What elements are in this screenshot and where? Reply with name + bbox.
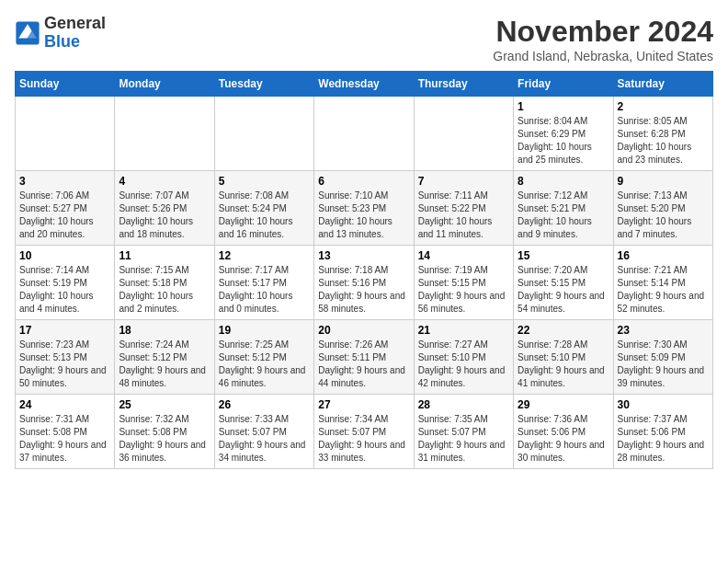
day-info: Sunrise: 7:34 AM Sunset: 5:07 PM Dayligh… — [318, 413, 409, 465]
day-info: Sunrise: 7:37 AM Sunset: 5:06 PM Dayligh… — [618, 413, 709, 465]
location-subtitle: Grand Island, Nebraska, United States — [493, 49, 713, 63]
day-cell: 2Sunrise: 8:05 AM Sunset: 6:28 PM Daylig… — [613, 97, 712, 171]
header-row: SundayMondayTuesdayWednesdayThursdayFrid… — [16, 72, 713, 97]
day-info: Sunrise: 7:21 AM Sunset: 5:14 PM Dayligh… — [618, 264, 709, 316]
week-row-3: 10Sunrise: 7:14 AM Sunset: 5:19 PM Dayli… — [16, 246, 713, 320]
day-cell: 21Sunrise: 7:27 AM Sunset: 5:10 PM Dayli… — [414, 320, 513, 395]
day-number: 28 — [418, 398, 509, 411]
day-cell — [115, 97, 214, 171]
day-info: Sunrise: 8:04 AM Sunset: 6:29 PM Dayligh… — [518, 115, 609, 167]
day-number: 10 — [19, 249, 110, 262]
day-info: Sunrise: 7:36 AM Sunset: 5:06 PM Dayligh… — [518, 413, 609, 465]
calendar-body: 1Sunrise: 8:04 AM Sunset: 6:29 PM Daylig… — [16, 97, 713, 469]
day-info: Sunrise: 7:32 AM Sunset: 5:08 PM Dayligh… — [119, 413, 210, 465]
day-info: Sunrise: 7:10 AM Sunset: 5:23 PM Dayligh… — [318, 190, 409, 241]
day-info: Sunrise: 7:35 AM Sunset: 5:07 PM Dayligh… — [418, 413, 509, 465]
day-info: Sunrise: 7:12 AM Sunset: 5:21 PM Dayligh… — [518, 190, 609, 241]
day-number: 4 — [119, 175, 210, 188]
day-cell: 15Sunrise: 7:20 AM Sunset: 5:15 PM Dayli… — [514, 246, 613, 320]
week-row-2: 3Sunrise: 7:06 AM Sunset: 5:27 PM Daylig… — [16, 171, 713, 246]
day-info: Sunrise: 7:31 AM Sunset: 5:08 PM Dayligh… — [19, 413, 110, 465]
day-number: 9 — [618, 175, 709, 188]
day-number: 6 — [318, 175, 409, 188]
week-row-1: 1Sunrise: 8:04 AM Sunset: 6:29 PM Daylig… — [16, 97, 713, 171]
day-info: Sunrise: 7:18 AM Sunset: 5:16 PM Dayligh… — [318, 264, 409, 316]
header-day-saturday: Saturday — [613, 72, 712, 97]
day-info: Sunrise: 7:07 AM Sunset: 5:26 PM Dayligh… — [119, 190, 210, 241]
day-cell: 14Sunrise: 7:19 AM Sunset: 5:15 PM Dayli… — [414, 246, 513, 320]
page-header: General Blue November 2024 Grand Island,… — [15, 15, 713, 63]
day-number: 27 — [318, 398, 409, 411]
day-number: 11 — [119, 249, 210, 262]
day-cell: 17Sunrise: 7:23 AM Sunset: 5:13 PM Dayli… — [16, 320, 115, 395]
day-info: Sunrise: 7:08 AM Sunset: 5:24 PM Dayligh… — [219, 190, 310, 241]
day-cell: 16Sunrise: 7:21 AM Sunset: 5:14 PM Dayli… — [613, 246, 712, 320]
day-info: Sunrise: 7:20 AM Sunset: 5:15 PM Dayligh… — [518, 264, 609, 316]
day-number: 25 — [119, 398, 210, 411]
day-info: Sunrise: 7:17 AM Sunset: 5:17 PM Dayligh… — [219, 264, 310, 316]
day-cell: 13Sunrise: 7:18 AM Sunset: 5:16 PM Dayli… — [314, 246, 414, 320]
day-cell: 22Sunrise: 7:28 AM Sunset: 5:10 PM Dayli… — [514, 320, 613, 395]
day-cell: 26Sunrise: 7:33 AM Sunset: 5:07 PM Dayli… — [214, 395, 313, 469]
day-number: 5 — [219, 175, 310, 188]
day-info: Sunrise: 8:05 AM Sunset: 6:28 PM Dayligh… — [618, 115, 709, 167]
day-info: Sunrise: 7:28 AM Sunset: 5:10 PM Dayligh… — [518, 339, 609, 390]
day-cell: 24Sunrise: 7:31 AM Sunset: 5:08 PM Dayli… — [16, 395, 115, 469]
day-cell: 9Sunrise: 7:13 AM Sunset: 5:20 PM Daylig… — [613, 171, 712, 246]
day-number: 23 — [618, 324, 709, 337]
day-info: Sunrise: 7:24 AM Sunset: 5:12 PM Dayligh… — [119, 339, 210, 390]
day-number: 15 — [518, 249, 609, 262]
day-info: Sunrise: 7:11 AM Sunset: 5:22 PM Dayligh… — [418, 190, 509, 241]
day-cell — [16, 97, 115, 171]
day-number: 19 — [219, 324, 310, 337]
day-cell: 11Sunrise: 7:15 AM Sunset: 5:18 PM Dayli… — [115, 246, 214, 320]
day-cell — [414, 97, 513, 171]
header-day-wednesday: Wednesday — [314, 72, 414, 97]
day-number: 12 — [219, 249, 310, 262]
day-cell — [314, 97, 414, 171]
day-cell: 20Sunrise: 7:26 AM Sunset: 5:11 PM Dayli… — [314, 320, 414, 395]
day-cell: 30Sunrise: 7:37 AM Sunset: 5:06 PM Dayli… — [613, 395, 712, 469]
month-title: November 2024 — [493, 15, 713, 49]
day-info: Sunrise: 7:06 AM Sunset: 5:27 PM Dayligh… — [19, 190, 110, 241]
day-cell: 28Sunrise: 7:35 AM Sunset: 5:07 PM Dayli… — [414, 395, 513, 469]
day-cell: 29Sunrise: 7:36 AM Sunset: 5:06 PM Dayli… — [514, 395, 613, 469]
day-number: 30 — [618, 398, 709, 411]
day-number: 3 — [19, 175, 110, 188]
calendar-table: SundayMondayTuesdayWednesdayThursdayFrid… — [15, 71, 713, 469]
day-number: 17 — [19, 324, 110, 337]
day-cell: 5Sunrise: 7:08 AM Sunset: 5:24 PM Daylig… — [214, 171, 313, 246]
header-day-friday: Friday — [514, 72, 613, 97]
day-cell: 6Sunrise: 7:10 AM Sunset: 5:23 PM Daylig… — [314, 171, 414, 246]
day-number: 2 — [618, 100, 709, 113]
day-info: Sunrise: 7:30 AM Sunset: 5:09 PM Dayligh… — [618, 339, 709, 390]
day-cell: 3Sunrise: 7:06 AM Sunset: 5:27 PM Daylig… — [16, 171, 115, 246]
day-cell: 12Sunrise: 7:17 AM Sunset: 5:17 PM Dayli… — [214, 246, 313, 320]
day-number: 8 — [518, 175, 609, 188]
day-info: Sunrise: 7:33 AM Sunset: 5:07 PM Dayligh… — [219, 413, 310, 465]
day-cell — [214, 97, 313, 171]
day-info: Sunrise: 7:15 AM Sunset: 5:18 PM Dayligh… — [119, 264, 210, 316]
day-cell: 10Sunrise: 7:14 AM Sunset: 5:19 PM Dayli… — [16, 246, 115, 320]
day-info: Sunrise: 7:13 AM Sunset: 5:20 PM Dayligh… — [618, 190, 709, 241]
day-cell: 19Sunrise: 7:25 AM Sunset: 5:12 PM Dayli… — [214, 320, 313, 395]
day-cell: 23Sunrise: 7:30 AM Sunset: 5:09 PM Dayli… — [613, 320, 712, 395]
day-info: Sunrise: 7:19 AM Sunset: 5:15 PM Dayligh… — [418, 264, 509, 316]
day-cell: 27Sunrise: 7:34 AM Sunset: 5:07 PM Dayli… — [314, 395, 414, 469]
day-number: 16 — [618, 249, 709, 262]
day-number: 26 — [219, 398, 310, 411]
header-day-monday: Monday — [115, 72, 214, 97]
logo-general: General — [44, 14, 106, 32]
day-number: 1 — [518, 100, 609, 113]
day-number: 29 — [518, 398, 609, 411]
day-info: Sunrise: 7:25 AM Sunset: 5:12 PM Dayligh… — [219, 339, 310, 390]
day-cell: 8Sunrise: 7:12 AM Sunset: 5:21 PM Daylig… — [514, 171, 613, 246]
day-cell: 4Sunrise: 7:07 AM Sunset: 5:26 PM Daylig… — [115, 171, 214, 246]
logo-blue: Blue — [44, 32, 80, 51]
calendar-header: SundayMondayTuesdayWednesdayThursdayFrid… — [16, 72, 713, 97]
day-cell: 1Sunrise: 8:04 AM Sunset: 6:29 PM Daylig… — [514, 97, 613, 171]
day-info: Sunrise: 7:23 AM Sunset: 5:13 PM Dayligh… — [19, 339, 110, 390]
logo: General Blue — [15, 15, 106, 52]
day-cell: 18Sunrise: 7:24 AM Sunset: 5:12 PM Dayli… — [115, 320, 214, 395]
day-number: 14 — [418, 249, 509, 262]
